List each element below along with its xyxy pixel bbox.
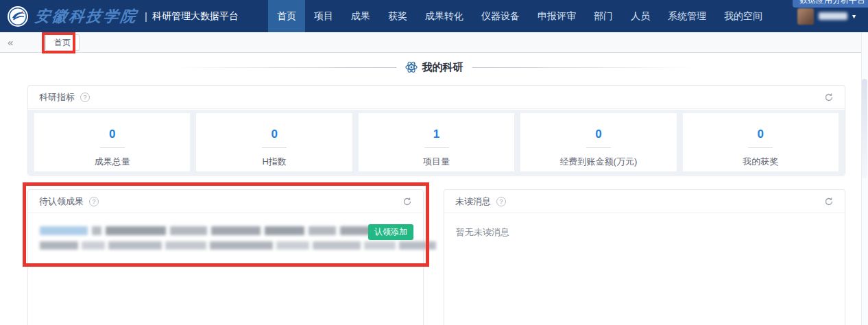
claim-add-button[interactable]: 认领添加 — [368, 224, 413, 240]
stat-divider — [748, 147, 773, 148]
divider-line-right — [472, 67, 699, 68]
menu-item-system-admin[interactable]: 系统管理 — [659, 0, 715, 32]
metrics-panel: 科研指标 ? 0 成果总量 0 H指数 1 项目量 0 经费到账金额(万元 — [27, 85, 845, 176]
redacted-segment — [399, 241, 436, 250]
stat-divider — [424, 147, 449, 148]
redacted-segment — [364, 241, 396, 250]
refresh-icon[interactable] — [402, 197, 412, 206]
redacted-segment — [265, 226, 304, 235]
refresh-icon[interactable] — [824, 93, 834, 102]
redacted-segment — [108, 241, 162, 250]
user-menu[interactable]: ▾ — [797, 8, 856, 25]
university-name: 安徽科技学院 — [34, 6, 139, 27]
data-analysis-badge[interactable]: 数据应用分析平台 — [793, 0, 868, 8]
menu-item-achievements[interactable]: 成果 — [342, 0, 379, 32]
menu-item-my-space[interactable]: 我的空间 — [715, 0, 771, 32]
stat-divider — [100, 147, 125, 148]
menu-item-personnel[interactable]: 人员 — [622, 0, 659, 32]
metrics-panel-title: 科研指标 — [39, 91, 75, 104]
messages-panel-header: 未读消息 ? — [444, 190, 845, 213]
pending-claims-panel: 待认领成果 ? 认领添加 — [27, 189, 424, 325]
redacted-segment — [82, 241, 105, 250]
redacted-segment — [40, 241, 78, 250]
stat-card-h-index[interactable]: 0 H指数 — [196, 113, 352, 171]
scrollbar-thumb[interactable] — [862, 79, 867, 178]
stat-value: 0 — [520, 128, 676, 141]
help-icon[interactable]: ? — [89, 197, 99, 206]
messages-panel-title: 未读消息 — [455, 195, 491, 208]
empty-messages-text: 暂无未读消息 — [456, 226, 509, 239]
redacted-segment — [313, 241, 361, 250]
claim-item-detail-redacted — [40, 241, 436, 250]
user-name-redacted — [819, 12, 847, 20]
stat-card-my-awards[interactable]: 0 我的获奖 — [683, 113, 839, 171]
stat-card-total-achievements[interactable]: 0 成果总量 — [34, 113, 190, 171]
logo-divider: | — [145, 10, 147, 22]
help-icon[interactable]: ? — [80, 93, 90, 102]
stat-card-projects[interactable]: 1 项目量 — [359, 113, 514, 171]
collapse-sidebar-icon[interactable]: « — [8, 32, 13, 52]
menu-item-awards[interactable]: 获奖 — [379, 0, 416, 32]
section-header: 我的科研 — [0, 60, 868, 74]
logo[interactable]: 安徽科技学院 | 科研管理大数据平台 — [0, 5, 239, 27]
stat-divider — [262, 147, 287, 148]
redacted-segment — [211, 226, 261, 235]
refresh-icon[interactable] — [824, 197, 834, 206]
tab-home[interactable]: 首页 — [45, 34, 80, 51]
stat-value: 0 — [683, 128, 839, 141]
stat-label: 项目量 — [359, 156, 514, 168]
chevron-down-icon: ▾ — [852, 12, 856, 20]
menu-item-departments[interactable]: 部门 — [585, 0, 622, 32]
avatar — [797, 8, 814, 25]
stat-label: H指数 — [196, 156, 352, 168]
stat-value: 0 — [196, 128, 352, 141]
redacted-segment — [165, 241, 206, 250]
scrollbar-track[interactable] — [861, 32, 868, 325]
tab-bar: « 首页 — [0, 32, 868, 53]
claim-item-title-redacted — [40, 226, 383, 235]
claims-panel-title: 待认领成果 — [39, 195, 84, 208]
redacted-segment — [40, 226, 88, 235]
page-title: 我的科研 — [422, 61, 463, 74]
stat-card-funding[interactable]: 0 经费到账金额(万元) — [520, 113, 676, 171]
stat-label: 成果总量 — [34, 156, 190, 168]
university-emblem-icon — [7, 5, 29, 27]
page: { "navbar": { "university_name": "安徽科技学院… — [0, 0, 868, 325]
metrics-panel-header: 科研指标 ? — [28, 86, 845, 109]
atom-icon — [405, 61, 418, 73]
redacted-segment — [210, 241, 273, 250]
platform-name: 科研管理大数据平台 — [152, 10, 239, 23]
redacted-segment — [106, 226, 166, 235]
claims-panel-header: 待认领成果 ? — [28, 190, 423, 213]
top-navbar: 安徽科技学院 | 科研管理大数据平台 首页 项目 成果 获奖 成果转化 仪器设备… — [0, 0, 868, 32]
divider-line-left — [170, 67, 396, 68]
menu-item-equipment[interactable]: 仪器设备 — [472, 0, 529, 32]
redacted-segment — [276, 241, 309, 250]
stat-value: 0 — [34, 128, 190, 141]
menu-item-transformation[interactable]: 成果转化 — [416, 0, 472, 32]
redacted-segment — [92, 226, 101, 235]
help-icon[interactable]: ? — [496, 197, 506, 206]
stat-label: 经费到账金额(万元) — [520, 156, 676, 168]
metrics-cards: 0 成果总量 0 H指数 1 项目量 0 经费到账金额(万元) 0 我的获奖 — [28, 110, 845, 175]
unread-messages-panel: 未读消息 ? 暂无未读消息 — [444, 189, 845, 325]
menu-item-projects[interactable]: 项目 — [305, 0, 342, 32]
redacted-segment — [309, 226, 336, 235]
menu-item-application-review[interactable]: 申报评审 — [529, 0, 585, 32]
stat-divider — [586, 147, 611, 148]
stat-label: 我的获奖 — [683, 156, 839, 168]
menu-item-home[interactable]: 首页 — [268, 0, 305, 32]
stat-value: 1 — [359, 128, 514, 141]
main-menu: 首页 项目 成果 获奖 成果转化 仪器设备 申报评审 部门 人员 系统管理 我的… — [268, 0, 771, 32]
redacted-segment — [170, 226, 207, 235]
